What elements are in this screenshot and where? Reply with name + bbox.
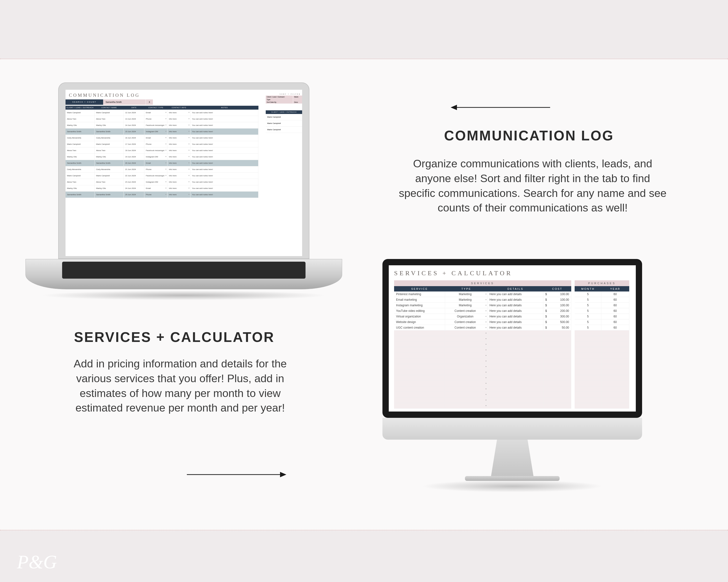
chevron-down-icon[interactable]: ▾ bbox=[165, 181, 166, 183]
table-row[interactable]: ▾ bbox=[394, 392, 571, 397]
chevron-down-icon[interactable]: ▾ bbox=[188, 175, 189, 176]
table-row[interactable]: Website designContent creation▾Here you … bbox=[394, 320, 571, 325]
table-row[interactable]: Instagram marketingMarketing▾Here you ca… bbox=[394, 303, 571, 308]
table-row[interactable]: ▾ bbox=[394, 342, 571, 347]
table-row[interactable]: ▾ bbox=[394, 403, 571, 409]
table-row[interactable]: Alexa TranAlexa Tran18 Jun 2024Facebook … bbox=[66, 147, 258, 154]
table-row[interactable]: ▾ bbox=[394, 331, 571, 336]
chevron-down-icon[interactable]: ▾ bbox=[486, 299, 487, 301]
chevron-down-icon[interactable]: ▾ bbox=[188, 194, 189, 195]
table-row[interactable]: Marley OtisMarley Otis14 Jun 2024Faceboo… bbox=[66, 122, 258, 129]
chevron-down-icon[interactable]: ▾ bbox=[165, 137, 166, 139]
table-row[interactable]: Carly AlexandriaCarly Alexandria21 Jun 2… bbox=[66, 166, 258, 173]
chevron-down-icon[interactable]: ▾ bbox=[486, 382, 487, 384]
table-row[interactable]: YouTube video editingContent creation▾He… bbox=[394, 308, 571, 314]
chevron-down-icon[interactable]: ▾ bbox=[165, 168, 166, 170]
chevron-down-icon[interactable]: ▾ bbox=[486, 371, 487, 373]
table-row[interactable]: Marie CampbellMarie Campbell22 Jun 2024F… bbox=[66, 173, 258, 179]
table-row[interactable]: 560 bbox=[575, 314, 629, 320]
chevron-down-icon[interactable]: ▾ bbox=[165, 156, 166, 158]
table-row[interactable]: Samantha SmithSamantha Smith15 Jun 2024I… bbox=[66, 129, 258, 135]
table-row[interactable]: ▾ bbox=[394, 353, 571, 358]
table-row[interactable]: 560 bbox=[575, 303, 629, 308]
chevron-down-icon[interactable]: ▾ bbox=[165, 194, 166, 195]
table-row[interactable]: 560 bbox=[575, 325, 629, 331]
chevron-down-icon[interactable]: ▾ bbox=[486, 355, 487, 357]
table-row[interactable] bbox=[575, 353, 629, 358]
chevron-down-icon[interactable]: ▾ bbox=[188, 143, 189, 145]
table-row[interactable] bbox=[575, 336, 629, 342]
sort-filter-row[interactable]: Sort Date ByDesc bbox=[266, 101, 302, 104]
table-row[interactable]: Virtual organizationOrganization▾Here yo… bbox=[394, 314, 571, 320]
filtered-list-item[interactable]: Marie Campbell bbox=[266, 127, 302, 133]
chevron-down-icon[interactable]: ▾ bbox=[188, 131, 189, 132]
table-row[interactable]: Samantha SmithSamantha Smith25 Jun 2024P… bbox=[66, 192, 258, 198]
table-row[interactable] bbox=[575, 386, 629, 392]
chevron-down-icon[interactable]: ▾ bbox=[188, 149, 189, 151]
search-input[interactable]: Samantha Smith bbox=[103, 100, 146, 105]
table-row[interactable] bbox=[575, 403, 629, 409]
chevron-down-icon[interactable]: ▾ bbox=[188, 162, 189, 164]
table-row[interactable]: ▾ bbox=[394, 358, 571, 364]
table-row[interactable]: ▾ bbox=[394, 364, 571, 369]
chevron-down-icon[interactable]: ▾ bbox=[486, 304, 487, 306]
table-row[interactable]: Pinterest marketingMarketing▾Here you ca… bbox=[394, 292, 571, 297]
chevron-down-icon[interactable]: ▾ bbox=[486, 349, 487, 351]
chevron-down-icon[interactable]: ▾ bbox=[486, 388, 487, 390]
chevron-down-icon[interactable]: ▾ bbox=[486, 327, 487, 329]
chevron-down-icon[interactable]: ▾ bbox=[188, 124, 189, 126]
table-row[interactable]: 560 bbox=[575, 292, 629, 297]
table-row[interactable]: ▾ bbox=[394, 369, 571, 375]
chevron-down-icon[interactable]: ▾ bbox=[486, 366, 487, 368]
filtered-list-item[interactable]: Marie Campbell bbox=[266, 114, 302, 120]
table-row[interactable] bbox=[575, 392, 629, 397]
table-row[interactable]: UGC content creationContent creation▾Her… bbox=[394, 325, 571, 331]
table-row[interactable] bbox=[575, 375, 629, 381]
chevron-down-icon[interactable]: ▾ bbox=[486, 315, 487, 317]
table-row[interactable]: 560 bbox=[575, 297, 629, 303]
table-row[interactable]: Marley OtisMarley Otis24 Jun 2024Email▾I… bbox=[66, 185, 258, 192]
chevron-down-icon[interactable]: ▾ bbox=[188, 112, 189, 113]
table-row[interactable]: ▾ bbox=[394, 397, 571, 403]
sort-filter-row[interactable]: Type bbox=[266, 98, 302, 101]
chevron-down-icon[interactable]: ▾ bbox=[165, 124, 166, 126]
table-row[interactable]: Samantha SmithSamantha Smith20 Jun 2024E… bbox=[66, 160, 258, 166]
filtered-list-item[interactable]: Marie Campbell bbox=[266, 120, 302, 127]
chevron-down-icon[interactable]: ▾ bbox=[165, 143, 166, 145]
chevron-down-icon[interactable]: ▾ bbox=[486, 338, 487, 340]
chevron-down-icon[interactable]: ▾ bbox=[188, 118, 189, 120]
table-row[interactable]: ▾ bbox=[394, 386, 571, 392]
chevron-down-icon[interactable]: ▾ bbox=[486, 310, 487, 312]
table-row[interactable] bbox=[575, 397, 629, 403]
chevron-down-icon[interactable]: ▾ bbox=[165, 187, 166, 189]
table-row[interactable]: ▾ bbox=[394, 336, 571, 342]
chevron-down-icon[interactable]: ▾ bbox=[188, 187, 189, 189]
chevron-down-icon[interactable]: ▾ bbox=[188, 156, 189, 158]
table-row[interactable] bbox=[575, 331, 629, 336]
table-row[interactable] bbox=[575, 369, 629, 375]
chevron-down-icon[interactable]: ▾ bbox=[165, 175, 166, 176]
table-row[interactable]: Alexa TranAlexa Tran13 Jun 2024Phone▾Inf… bbox=[66, 116, 258, 122]
chevron-down-icon[interactable]: ▾ bbox=[165, 118, 166, 120]
table-row[interactable] bbox=[575, 358, 629, 364]
chevron-down-icon[interactable]: ▾ bbox=[486, 360, 487, 362]
chevron-down-icon[interactable]: ▾ bbox=[486, 343, 487, 345]
table-row[interactable]: 560 bbox=[575, 308, 629, 314]
chevron-down-icon[interactable]: ▾ bbox=[188, 168, 189, 170]
table-row[interactable]: Marie CampbellMarie Campbell12 Jun 2024E… bbox=[66, 110, 258, 116]
table-row[interactable] bbox=[575, 342, 629, 347]
table-row[interactable] bbox=[575, 347, 629, 353]
table-row[interactable]: ▾ bbox=[394, 375, 571, 381]
chevron-down-icon[interactable]: ▾ bbox=[486, 321, 487, 323]
chevron-down-icon[interactable]: ▾ bbox=[165, 149, 166, 151]
table-row[interactable]: Marie CampbellMarie Campbell17 Jun 2024P… bbox=[66, 141, 258, 147]
chevron-down-icon[interactable]: ▾ bbox=[486, 405, 487, 407]
chevron-down-icon[interactable]: ▾ bbox=[486, 293, 487, 295]
table-row[interactable] bbox=[575, 381, 629, 386]
chevron-down-icon[interactable]: ▾ bbox=[486, 394, 487, 395]
chevron-down-icon[interactable]: ▾ bbox=[486, 377, 487, 379]
table-row[interactable]: 560 bbox=[575, 320, 629, 325]
chevron-down-icon[interactable]: ▾ bbox=[165, 112, 166, 113]
table-row[interactable]: Email marketingMarketing▾Here you can ad… bbox=[394, 297, 571, 303]
chevron-down-icon[interactable]: ▾ bbox=[188, 181, 189, 183]
